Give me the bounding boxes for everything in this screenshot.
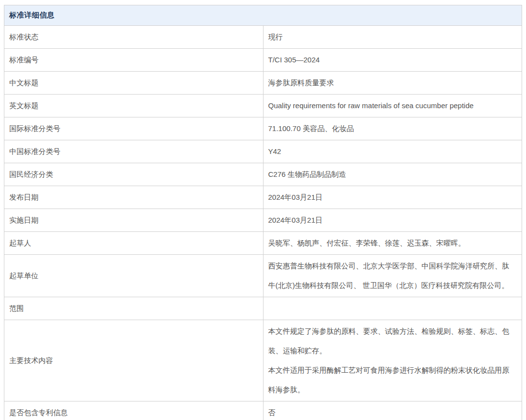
value-line: 本文件适用于采用酶解工艺对可食用海参进行水解制得的粉末状化妆品用原料海参肽。 [268, 361, 516, 400]
standard-detail-table: 标准详细信息 标准状态现行标准编号T/CI 305—2024中文标题海参肽原料质… [4, 5, 522, 420]
row-value: 71.100.70 美容品、化妆品 [263, 117, 522, 140]
row-value: 2024年03月21日 [263, 186, 522, 209]
row-label: 主要技术内容 [4, 320, 263, 401]
table-row: 是否包含专利信息否 [4, 401, 522, 420]
row-value: 海参肽原料质量要求 [263, 72, 522, 95]
table-row: 起草单位西安惠普生物科技有限公司、北京大学医学部、中国科学院海洋研究所、肽牛(北… [4, 255, 522, 297]
row-label: 发布日期 [4, 186, 263, 209]
table-row: 范围 [4, 297, 522, 320]
row-value: 吴晓军、杨凯声、付宏征、李荣锋、徐莲、迟玉森、宋曜晖。 [263, 232, 522, 255]
row-label: 标准状态 [4, 26, 263, 49]
table-row: 英文标题Quality requirements for raw materia… [4, 95, 522, 117]
standard-detail-page: 标准详细信息 标准状态现行标准编号T/CI 305—2024中文标题海参肽原料质… [0, 0, 526, 420]
value-line: 本文件规定了海参肽的原料、要求、试验方法、检验规则、标签、标志、包装、运输和贮存… [268, 322, 516, 361]
table-row: 发布日期2024年03月21日 [4, 186, 522, 209]
row-label: 起草人 [4, 232, 263, 255]
row-value: 2024年03月21日 [263, 209, 522, 232]
table-row: 标准编号T/CI 305—2024 [4, 49, 522, 72]
row-value: 西安惠普生物科技有限公司、北京大学医学部、中国科学院海洋研究所、肽牛(北京)生物… [263, 255, 522, 297]
table-row: 中国标准分类号Y42 [4, 140, 522, 163]
table-row: 中文标题海参肽原料质量要求 [4, 72, 522, 95]
row-value: 否 [263, 401, 522, 420]
row-label: 国民经济分类 [4, 163, 263, 186]
row-value: T/CI 305—2024 [263, 49, 522, 72]
row-value [263, 297, 522, 320]
row-label: 范围 [4, 297, 263, 320]
row-value: Y42 [263, 140, 522, 163]
table-row: 国民经济分类C276 生物药品制品制造 [4, 163, 522, 186]
row-label: 标准编号 [4, 49, 263, 72]
row-value: 现行 [263, 26, 522, 49]
row-value: Quality requirements for raw materials o… [263, 95, 522, 117]
row-label: 是否包含专利信息 [4, 401, 263, 420]
row-label: 实施日期 [4, 209, 263, 232]
table-title: 标准详细信息 [4, 5, 522, 26]
row-label: 英文标题 [4, 95, 263, 117]
table-head: 标准详细信息 [4, 5, 522, 26]
table-row: 标准状态现行 [4, 26, 522, 49]
table-row: 起草人吴晓军、杨凯声、付宏征、李荣锋、徐莲、迟玉森、宋曜晖。 [4, 232, 522, 255]
row-label: 中文标题 [4, 72, 263, 95]
table-row: 主要技术内容本文件规定了海参肽的原料、要求、试验方法、检验规则、标签、标志、包装… [4, 320, 522, 401]
table-row: 实施日期2024年03月21日 [4, 209, 522, 232]
row-value: C276 生物药品制品制造 [263, 163, 522, 186]
row-label: 起草单位 [4, 255, 263, 297]
table-row: 国际标准分类号71.100.70 美容品、化妆品 [4, 117, 522, 140]
row-label: 国际标准分类号 [4, 117, 263, 140]
header-row: 标准详细信息 [4, 5, 522, 26]
table-body: 标准状态现行标准编号T/CI 305—2024中文标题海参肽原料质量要求英文标题… [4, 26, 522, 420]
row-value: 本文件规定了海参肽的原料、要求、试验方法、检验规则、标签、标志、包装、运输和贮存… [263, 320, 522, 401]
row-label: 中国标准分类号 [4, 140, 263, 163]
